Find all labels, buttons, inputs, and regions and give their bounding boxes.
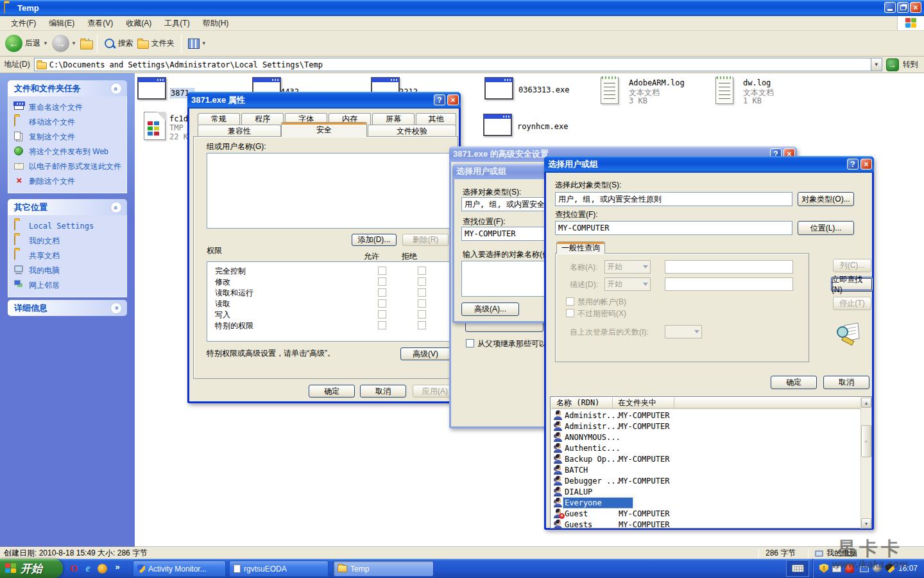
menu-file[interactable]: 文件(F) xyxy=(5,17,42,30)
select-titlebar[interactable]: 选择用户或组 ? × xyxy=(544,156,874,173)
taskbar-item-rgvtsueoda[interactable]: rgvtsuEODA xyxy=(229,561,329,577)
taskbar-item-temp[interactable]: Temp xyxy=(333,561,434,577)
vertical-scrollbar[interactable]: ▲ ≡ ▼ xyxy=(860,398,871,529)
restore-button[interactable] xyxy=(897,2,909,13)
allow-checkbox[interactable] xyxy=(378,267,386,275)
menu-tools[interactable]: 工具(T) xyxy=(158,17,195,30)
description-operator-combo[interactable]: 开始 xyxy=(604,277,651,291)
deny-checkbox[interactable] xyxy=(418,288,426,297)
column-name-rdn[interactable]: 名称 (RDN) xyxy=(551,398,613,409)
scroll-down-button[interactable]: ▼ xyxy=(861,518,871,529)
deny-checkbox[interactable] xyxy=(418,321,426,329)
allow-checkbox[interactable] xyxy=(378,277,386,286)
non-expiring-password-checkbox[interactable] xyxy=(566,309,574,317)
antivirus-tray-icon[interactable] xyxy=(845,564,854,573)
task-delete-file[interactable]: ×删除这个文件 xyxy=(14,176,123,186)
clock[interactable]: 16:07 xyxy=(898,564,918,573)
search-button[interactable]: 搜索 xyxy=(104,38,133,49)
find-now-button[interactable]: 立即查找(N) xyxy=(831,277,873,292)
place-shared-documents[interactable]: 共享文档 xyxy=(14,250,123,261)
language-bar[interactable] xyxy=(786,560,809,577)
menu-view[interactable]: 查看(V) xyxy=(81,17,119,30)
address-dropdown-button[interactable]: ▼ xyxy=(871,58,882,71)
properties-titlebar[interactable]: 3871.exe 属性 ? × xyxy=(187,92,461,109)
place-network[interactable]: 网上邻居 xyxy=(14,280,123,290)
tab-security[interactable]: 安全 xyxy=(281,122,367,137)
description-input[interactable] xyxy=(665,277,793,291)
allow-checkbox[interactable] xyxy=(378,299,386,308)
place-my-computer[interactable]: 我的电脑 xyxy=(14,265,123,276)
task-publish-file[interactable]: 将这个文件发布到 Web xyxy=(14,146,123,157)
allow-checkbox[interactable] xyxy=(378,321,386,329)
network-tray-icon[interactable] xyxy=(860,566,869,572)
go-label[interactable]: 转到 xyxy=(903,59,918,70)
file-icon-adobearm-log[interactable] xyxy=(601,77,619,104)
close-button[interactable]: × xyxy=(860,159,872,170)
minimize-button[interactable] xyxy=(884,2,896,13)
close-button[interactable]: × xyxy=(447,94,459,105)
advanced-button[interactable]: 高级(A)... xyxy=(461,302,519,316)
cancel-button[interactable]: 取消 xyxy=(360,385,406,398)
name-operator-combo[interactable]: 开始 xyxy=(604,260,651,274)
other-places-header[interactable]: 其它位置 « xyxy=(8,199,127,215)
search-results-list[interactable]: 名称 (RDN) 在文件夹中 Administr...MY-COMPUTER A… xyxy=(550,396,872,529)
mail-tray-icon[interactable] xyxy=(832,566,841,572)
remove-button[interactable]: 删除(R) xyxy=(402,234,449,246)
group-user-list[interactable] xyxy=(207,153,452,229)
menu-edit[interactable]: 编辑(E) xyxy=(43,17,80,30)
back-dropdown-icon[interactable]: ▼ xyxy=(43,40,48,46)
deny-checkbox[interactable] xyxy=(418,299,426,308)
tab-common-queries[interactable]: 一般性查询 xyxy=(556,241,605,254)
columns-button[interactable]: 列(C)... xyxy=(833,259,871,272)
ok-button[interactable]: 确定 xyxy=(309,385,355,398)
task-rename-file[interactable]: 重命名这个文件 xyxy=(14,102,123,112)
menu-favorites[interactable]: 收藏(A) xyxy=(120,17,157,30)
object-types-button[interactable]: 对象类型(O)... xyxy=(798,192,854,206)
file-label[interactable]: AdobeARM.log xyxy=(629,78,685,87)
ok-button[interactable]: 确定 xyxy=(771,376,817,389)
permissions-list[interactable]: 完全控制 修改 读取和运行 读取 写入 特别的权限 xyxy=(207,261,452,342)
deny-checkbox[interactable] xyxy=(418,267,426,275)
tab-misc[interactable]: 其他 xyxy=(416,113,456,125)
file-icon-0363313[interactable] xyxy=(484,77,513,100)
forward-button[interactable]: → ▼ xyxy=(52,35,76,52)
close-button[interactable]: × xyxy=(910,2,921,13)
tab-compatibility[interactable]: 兼容性 xyxy=(198,125,281,137)
deny-checkbox[interactable] xyxy=(418,277,426,286)
task-move-file[interactable]: 移动这个文件 xyxy=(14,117,123,127)
add-button[interactable]: 添加(D)... xyxy=(352,234,397,246)
days-combo[interactable] xyxy=(665,325,702,338)
disabled-accounts-checkbox[interactable] xyxy=(566,297,574,306)
help-button[interactable]: ? xyxy=(847,159,859,170)
scroll-up-button[interactable]: ▲ xyxy=(861,398,871,408)
tab-screen[interactable]: 屏幕 xyxy=(372,113,415,125)
file-icon-roynhcm[interactable] xyxy=(483,114,512,136)
help-button[interactable]: ? xyxy=(434,94,445,105)
opera-quicklaunch-icon[interactable]: O xyxy=(68,563,80,574)
task-copy-file[interactable]: 复制这个文件 xyxy=(14,132,123,142)
tab-general[interactable]: 常规 xyxy=(198,113,240,125)
forward-dropdown-icon[interactable]: ▼ xyxy=(71,40,76,46)
address-field[interactable]: ▼ xyxy=(34,58,882,71)
file-icon-3871[interactable] xyxy=(137,77,166,100)
place-local-settings[interactable]: Local Settings xyxy=(14,221,123,231)
tab-file-verify[interactable]: 文件校验 xyxy=(368,125,456,137)
collapse-chevron-icon[interactable]: « xyxy=(110,202,122,213)
file-icon-dw-log[interactable] xyxy=(715,77,733,104)
cancel-button[interactable]: 取消 xyxy=(823,376,869,389)
file-label[interactable]: 0363313.exe xyxy=(518,85,569,94)
folders-button[interactable]: 文件夹 xyxy=(137,38,175,49)
task-email-file[interactable]: 以电子邮件形式发送此文件 xyxy=(14,161,123,171)
column-in-folder[interactable]: 在文件夹中 xyxy=(613,398,674,409)
taskbar-item-activity-monitor[interactable]: Activity Monitor... xyxy=(133,561,226,577)
scrollbar-thumb[interactable]: ≡ xyxy=(861,425,871,457)
tab-program[interactable]: 程序 xyxy=(241,113,284,125)
antivirus-quicklaunch-icon[interactable] xyxy=(96,563,108,574)
name-input[interactable] xyxy=(665,260,793,274)
address-input[interactable] xyxy=(49,59,868,70)
locations-button[interactable]: 位置(L)... xyxy=(798,221,854,235)
expand-chevron-icon[interactable]: « xyxy=(110,302,122,314)
file-icon-fc1d8[interactable] xyxy=(144,112,166,140)
quicklaunch-overflow-chevron[interactable]: » xyxy=(112,561,123,572)
place-my-documents[interactable]: 我的文档 xyxy=(14,236,123,246)
